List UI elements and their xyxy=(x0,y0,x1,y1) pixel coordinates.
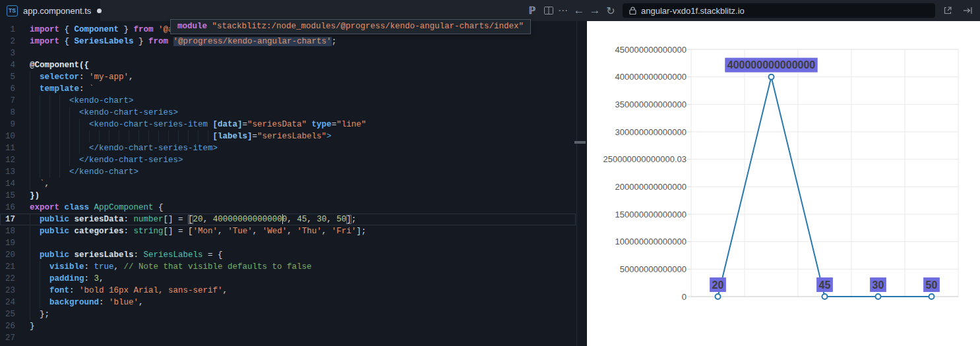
indent-guide xyxy=(30,237,30,249)
code-line[interactable]: 20 public seriesLabels: SeriesLabels = { xyxy=(0,249,587,261)
code-line[interactable]: 21 visible: true, // Note that visible d… xyxy=(0,261,587,273)
line-number: 17 xyxy=(0,214,15,225)
editor-ruler xyxy=(576,21,577,346)
more-options-icon[interactable]: ⋯ xyxy=(557,0,570,21)
series-marker xyxy=(769,74,774,80)
line-number: 12 xyxy=(0,154,15,166)
line-number: 15 xyxy=(0,190,15,202)
line-number: 25 xyxy=(0,308,15,320)
code-line[interactable]: 5 selector: 'my-app', xyxy=(0,71,587,83)
series-marker xyxy=(876,294,881,299)
line-number: 26 xyxy=(0,320,15,332)
lock-icon xyxy=(629,7,636,14)
line-number: 6 xyxy=(0,83,15,95)
code-line[interactable]: 13 </kendo-chart> xyxy=(0,166,587,178)
code-line[interactable]: 17 public seriesData: number[] = [20, 40… xyxy=(0,214,587,225)
code-line[interactable]: 26} xyxy=(0,320,587,332)
line-number: 1 xyxy=(0,24,15,36)
code-line[interactable]: 11 </kendo-chart-series-item> xyxy=(0,142,587,154)
code-line[interactable]: 24 background: 'blue', xyxy=(0,297,587,308)
hover-tooltip: module "stackblitz:/node_modules/@progre… xyxy=(170,19,531,34)
code-line[interactable]: 2import { SeriesLabels } from '@progress… xyxy=(0,36,587,47)
code-line[interactable]: 23 font: 'bold 16px Arial, sans-serif', xyxy=(0,285,587,297)
unsaved-changes-dot-icon xyxy=(97,9,102,13)
line-number: 5 xyxy=(0,71,15,83)
reload-icon[interactable]: ↻ xyxy=(604,0,617,21)
line-number: 8 xyxy=(0,107,15,119)
code-line-text: import { SeriesLabels } from '@progress/… xyxy=(30,36,336,47)
split-view-icon[interactable] xyxy=(542,0,555,21)
code-line[interactable]: 9 <kendo-chart-series-item [data]="serie… xyxy=(0,119,587,130)
y-axis-label: 0 xyxy=(682,292,687,302)
dock-right-icon[interactable] xyxy=(961,0,974,21)
data-label: 50 xyxy=(926,279,938,291)
prettier-icon[interactable]: ℙ xyxy=(526,0,539,21)
code-line[interactable]: 14 `, xyxy=(0,178,587,190)
plot-border xyxy=(691,49,958,297)
code-line-text: } xyxy=(30,320,35,332)
y-axis-label: 200000000000000 xyxy=(615,182,687,192)
code-line-text: }) xyxy=(30,190,40,202)
y-axis-label: 100000000000000 xyxy=(615,237,687,246)
code-line[interactable]: 4@Component({ xyxy=(0,59,587,71)
data-label: 400000000000000 xyxy=(727,59,816,71)
tab-app-component-ts[interactable]: TS app.component.ts xyxy=(0,0,100,21)
top-bar: TS app.component.ts ℙ ⋯ ← → ↻ angular-vx… xyxy=(0,0,980,21)
code-line[interactable]: 8 <kendo-chart-series> xyxy=(0,107,587,119)
code-line-text: </kendo-chart-series-item> xyxy=(30,142,218,154)
data-label: 30 xyxy=(873,279,884,291)
code-line-text: selector: 'my-app', xyxy=(30,71,134,83)
line-number: 7 xyxy=(0,95,15,107)
data-label: 20 xyxy=(712,279,724,291)
code-line[interactable]: 6 template: ` xyxy=(0,83,587,95)
line-number: 14 xyxy=(0,178,15,190)
code-line[interactable]: 3 xyxy=(0,47,587,59)
code-line-text: font: 'bold 16px Arial, sans-serif', xyxy=(30,285,228,297)
code-line-text: <kendo-chart-series-item [data]="seriesD… xyxy=(30,119,366,130)
code-line[interactable]: 25 }; xyxy=(0,308,587,320)
code-line-text: </kendo-chart> xyxy=(30,166,138,178)
kendo-line-chart[interactable]: 0500000000000001000000000000001500000000… xyxy=(587,21,980,346)
code-line[interactable]: 27 xyxy=(0,332,587,344)
code-lines: 1import { Component } from '@a2import { … xyxy=(0,21,587,346)
code-line[interactable]: 15}) xyxy=(0,190,587,202)
line-number: 19 xyxy=(0,237,15,249)
code-line[interactable]: 7 <kendo-chart> xyxy=(0,95,587,107)
series-marker xyxy=(716,294,721,299)
code-line[interactable]: 16export class AppComponent { xyxy=(0,202,587,214)
line-number: 23 xyxy=(0,285,15,297)
code-line[interactable]: 19 xyxy=(0,237,587,249)
code-line-text: padding: 3, xyxy=(30,273,104,285)
preview-panel: 0500000000000001000000000000001500000000… xyxy=(587,21,980,346)
code-line[interactable]: 18 public categories: string[] = ['Mon',… xyxy=(0,225,587,237)
code-editor[interactable]: 1import { Component } from '@a2import { … xyxy=(0,21,587,346)
y-axis-label: 400000000000000 xyxy=(615,72,687,82)
line-number: 3 xyxy=(0,47,15,59)
code-line-text: template: ` xyxy=(30,83,94,95)
code-line[interactable]: 12 </kendo-chart-series> xyxy=(0,154,587,166)
code-line[interactable]: 22 padding: 3, xyxy=(0,273,587,285)
code-line[interactable]: 10 [labels]="seriesLabels"> xyxy=(0,130,587,142)
y-axis-label: 250000000000000.03 xyxy=(603,154,687,164)
code-line-text: </kendo-chart-series> xyxy=(30,154,183,166)
back-icon[interactable]: ← xyxy=(572,0,586,21)
line-number: 4 xyxy=(0,59,15,71)
line-number: 20 xyxy=(0,249,15,261)
scrollbar-mark[interactable] xyxy=(574,141,586,144)
code-line-text: `, xyxy=(30,178,49,190)
url-text: angular-vxdo1f.stackblitz.io xyxy=(641,6,745,16)
forward-icon[interactable]: → xyxy=(588,0,601,21)
typescript-file-icon: TS xyxy=(7,5,18,16)
open-external-icon[interactable] xyxy=(941,0,954,21)
code-line-text: <kendo-chart> xyxy=(30,95,134,107)
y-axis-label: 300000000000000 xyxy=(615,127,687,137)
code-line-text: import { Component } from '@a xyxy=(30,24,173,36)
code-line-text: public seriesData: number[] = [20, 40000… xyxy=(30,214,356,225)
url-bar[interactable]: angular-vxdo1f.stackblitz.io xyxy=(623,3,935,18)
line-number: 27 xyxy=(0,332,15,344)
line-number: 9 xyxy=(0,119,15,130)
code-line-text: background: 'blue', xyxy=(30,297,144,308)
y-axis-label: 350000000000000 xyxy=(615,100,687,109)
y-axis-label: 150000000000000 xyxy=(615,210,687,219)
y-axis-label: 450000000000000 xyxy=(615,45,687,55)
